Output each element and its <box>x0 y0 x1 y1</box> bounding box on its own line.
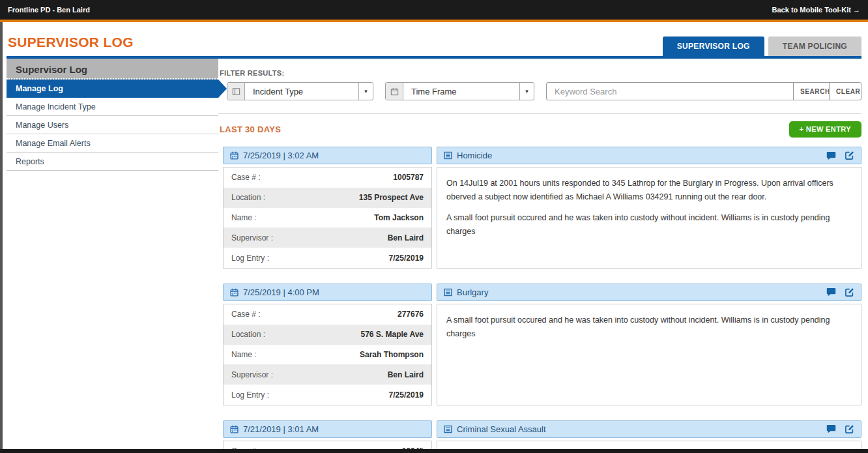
sidebar-item-manage-log[interactable]: Manage Log <box>7 80 218 98</box>
sidebar-item-manage-incident-type[interactable]: Manage Incident Type <box>7 98 218 116</box>
entry-datetime: 7/21/2019 | 3:01 AM <box>243 424 319 434</box>
detail-value: Ben Laird <box>388 233 424 242</box>
sidebar-item-label: Manage Log <box>16 84 63 93</box>
detail-label: Case # : <box>231 310 261 319</box>
detail-row-case: Case # :1005787 <box>224 168 431 188</box>
sidebar-item-label: Manage Email Alerts <box>16 139 91 148</box>
log-entry: 7/25/2019 | 4:00 PM Case # :277676Locati… <box>223 284 861 405</box>
calendar-icon <box>230 288 239 297</box>
page-header: SUPERVISOR LOG SUPERVISOR LOG TEAM POLIC… <box>7 22 861 56</box>
entry-incident-type: Homicide <box>457 151 492 160</box>
detail-label: Log Entry : <box>231 390 269 400</box>
log-entry: 7/25/2019 | 3:02 AM Case # :1005787Locat… <box>223 147 861 269</box>
section-divider <box>218 113 861 114</box>
edit-icon[interactable] <box>845 424 854 434</box>
detail-value: 135 Prospect Ave <box>359 193 424 202</box>
incident-type-select[interactable]: Incident Type ▾ <box>227 82 373 100</box>
tab-bar: SUPERVISOR LOG TEAM POLICING <box>663 37 861 56</box>
detail-label: Supervisor : <box>231 233 273 242</box>
list-layout-icon <box>227 83 245 100</box>
detail-row-case: Case # :277676 <box>224 304 431 325</box>
sidebar-item-label: Manage Users <box>16 121 68 130</box>
sidebar-item-manage-email-alerts[interactable]: Manage Email Alerts <box>7 134 218 153</box>
time-frame-select[interactable]: Time Frame ▾ <box>385 82 534 100</box>
log-entry: 7/21/2019 | 3:01 AM Case # :12345 Crimin… <box>223 420 861 453</box>
edit-icon[interactable] <box>845 287 854 297</box>
content-area: FILTER RESULTS: Incident Type ▾ Time F <box>218 59 861 453</box>
detail-row-name: Name :Tom Jackson <box>224 208 431 228</box>
window-left-edge <box>0 22 3 453</box>
detail-label: Case # : <box>231 173 261 182</box>
incident-list-icon <box>444 151 452 160</box>
tab-supervisor-log[interactable]: SUPERVISOR LOG <box>663 37 764 56</box>
back-to-toolkit-link[interactable]: Back to Mobile Tool-Kit → <box>772 6 860 14</box>
entry-narrative: On 14Jul19 at 2001 hours units responded… <box>437 167 861 269</box>
edit-icon[interactable] <box>845 151 854 160</box>
entry-date-header: 7/25/2019 | 3:02 AM <box>223 147 432 164</box>
detail-row-log_entry: Log Entry :7/25/2019 <box>224 385 431 405</box>
detail-value: Tom Jackson <box>374 213 424 222</box>
entry-paragraph: A small foot pursuit occured and he was … <box>446 314 852 340</box>
detail-row-supervisor: Supervisor :Ben Laird <box>224 364 431 385</box>
filter-bar: Incident Type ▾ Time Frame ▾ SEARCH CLEA <box>227 82 861 100</box>
entry-paragraph: A small foot pursuit occured and he was … <box>446 211 852 238</box>
sidebar-item-manage-users[interactable]: Manage Users <box>7 116 218 134</box>
sidebar-item-reports[interactable]: Reports <box>7 153 218 171</box>
keyword-search-input[interactable] <box>546 82 794 100</box>
sidebar-item-label: Manage Incident Type <box>16 102 96 111</box>
page-title: SUPERVISOR LOG <box>8 35 134 50</box>
incident-list-icon <box>444 288 452 297</box>
comment-icon[interactable] <box>826 151 836 160</box>
calendar-icon <box>230 151 239 160</box>
chevron-down-icon[interactable]: ▾ <box>519 83 534 100</box>
detail-row-log_entry: Log Entry :7/25/2019 <box>224 248 431 268</box>
detail-label: Log Entry : <box>231 254 269 263</box>
entry-detail-table: Case # :1005787Location :135 Prospect Av… <box>223 167 432 269</box>
entry-incident-header: Burlgary <box>437 284 861 301</box>
detail-value: Ben Laird <box>388 370 424 379</box>
entry-actions <box>826 424 854 434</box>
entry-date-header: 7/25/2019 | 4:00 PM <box>223 284 432 301</box>
detail-row-name: Name :Sarah Thompson <box>224 345 431 365</box>
entry-datetime: 7/25/2019 | 4:00 PM <box>243 287 319 297</box>
search-button[interactable]: SEARCH <box>793 82 830 100</box>
sidebar-item-label: Reports <box>16 157 44 166</box>
entry-paragraph: On 14Jul19 at 2001 hours units responded… <box>446 177 852 203</box>
window-bottom-edge <box>0 449 868 453</box>
detail-row-location: Location :576 S. Maple Ave <box>224 325 431 345</box>
date-range-label: LAST 30 DAYS <box>220 124 281 134</box>
calendar-icon <box>230 425 239 433</box>
new-entry-button[interactable]: + NEW ENTRY <box>789 121 861 138</box>
entry-incident-type: Criminal Sexual Assault <box>457 424 546 434</box>
detail-label: Supervisor : <box>231 370 273 379</box>
filter-results-label: FILTER RESULTS: <box>220 69 861 77</box>
detail-label: Name : <box>231 350 257 359</box>
entry-date-header: 7/21/2019 | 3:01 AM <box>223 420 432 438</box>
detail-label: Location : <box>231 193 265 202</box>
detail-label: Name : <box>231 213 257 222</box>
incident-list-icon <box>444 425 452 433</box>
tab-team-policing[interactable]: TEAM POLICING <box>768 37 861 56</box>
clear-button[interactable]: CLEAR <box>829 82 861 100</box>
entry-incident-header: Criminal Sexual Assault <box>437 420 861 438</box>
comment-icon[interactable] <box>826 287 836 297</box>
entry-incident-header: Homicide <box>437 147 861 164</box>
incident-type-value: Incident Type <box>245 83 358 100</box>
entry-detail-table: Case # :277676Location :576 S. Maple Ave… <box>223 304 432 405</box>
entry-actions <box>826 287 854 297</box>
detail-value: 7/25/2019 <box>389 254 424 263</box>
chevron-down-icon[interactable]: ▾ <box>358 83 373 100</box>
top-bar: Frontline PD - Ben Laird Back to Mobile … <box>0 0 868 20</box>
detail-value: Sarah Thompson <box>360 350 424 359</box>
entry-datetime: 7/25/2019 | 3:02 AM <box>243 151 319 160</box>
comment-icon[interactable] <box>826 424 836 433</box>
entries-list: 7/25/2019 | 3:02 AM Case # :1005787Locat… <box>223 147 861 453</box>
detail-value: 7/25/2019 <box>389 390 424 400</box>
detail-label: Location : <box>231 330 265 339</box>
sidebar: Supervisor Log Manage Log Manage Inciden… <box>7 59 218 453</box>
active-item-arrow <box>218 80 227 98</box>
sidebar-header: Supervisor Log <box>7 59 218 80</box>
detail-value: 576 S. Maple Ave <box>361 330 424 339</box>
keyword-search-group: SEARCH CLEAR <box>546 82 861 100</box>
entry-incident-type: Burlgary <box>457 287 488 297</box>
